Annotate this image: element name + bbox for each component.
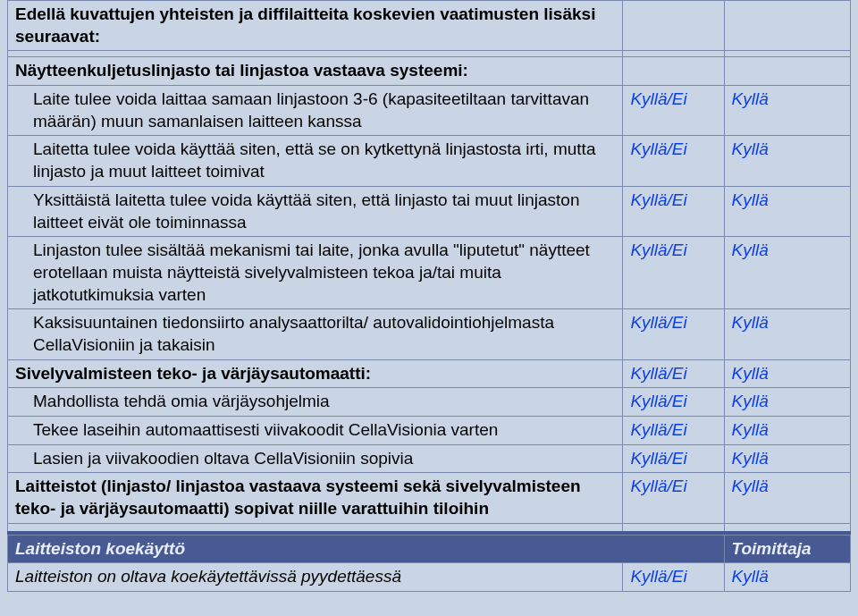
col-yes-no: Kyllä/Ei (623, 309, 724, 359)
requirement-text: Mahdollista tehdä omia värjäysohjelmia (8, 388, 623, 417)
requirements-table: Edellä kuvattujen yhteisten ja diffilait… (7, 0, 851, 592)
table-row: Laite tulee voida laittaa samaan linjast… (8, 86, 851, 136)
requirement-text: Linjaston tulee sisältää mekanismi tai l… (8, 237, 623, 309)
table-row: Lasien ja viivakoodien oltava CellaVisio… (8, 444, 851, 473)
table-row: Mahdollista tehdä omia värjäysohjelmiaKy… (8, 388, 851, 417)
col-answer: Kyllä (724, 388, 850, 417)
col-answer: Kyllä (724, 237, 850, 309)
table-row: Näytteenkuljetuslinjasto tai linjastoa v… (8, 57, 851, 86)
col-answer: Kyllä (724, 444, 850, 473)
requirement-text: Näytteenkuljetuslinjasto tai linjastoa v… (8, 57, 623, 86)
col-yes-no (623, 57, 724, 86)
col-yes-no: Kyllä/Ei (623, 359, 724, 388)
col-answer: Kyllä (724, 473, 850, 523)
table-row: Tekee laseihin automaattisesti viivakood… (8, 417, 851, 445)
table-row: Yksittäistä laitetta tulee voida käyttää… (8, 186, 851, 236)
col-yes-no: Kyllä/Ei (623, 444, 724, 473)
col-answer: Kyllä (724, 186, 850, 236)
footer-c3: Kyllä (724, 563, 850, 592)
col-yes-no: Kyllä/Ei (623, 136, 724, 186)
requirement-text: Sivelyvalmisteen teko- ja värjäysautomaa… (8, 359, 623, 388)
col-answer: Kyllä (724, 359, 850, 388)
col-answer (724, 1, 850, 51)
requirement-text: Laitetta tulee voida käyttää siten, että… (8, 136, 623, 186)
col-yes-no: Kyllä/Ei (623, 388, 724, 417)
col-yes-no: Kyllä/Ei (623, 86, 724, 136)
col-answer: Kyllä (724, 86, 850, 136)
section-header-right: Toimittaja (724, 535, 850, 563)
col-answer (724, 57, 850, 86)
col-yes-no: Kyllä/Ei (623, 186, 724, 236)
table-row: Laitetta tulee voida käyttää siten, että… (8, 136, 851, 186)
table-row: Sivelyvalmisteen teko- ja värjäysautomaa… (8, 359, 851, 388)
table-row: Linjaston tulee sisältää mekanismi tai l… (8, 237, 851, 309)
requirement-text: Tekee laseihin automaattisesti viivakood… (8, 417, 623, 445)
col-yes-no: Kyllä/Ei (623, 417, 724, 445)
col-yes-no (623, 1, 724, 51)
table-row: Laitteistot (linjasto/ linjastoa vastaav… (8, 473, 851, 523)
requirement-text: Laite tulee voida laittaa samaan linjast… (8, 86, 623, 136)
document-page: Edellä kuvattujen yhteisten ja diffilait… (0, 0, 858, 599)
col-answer: Kyllä (724, 309, 850, 359)
requirement-text: Yksittäistä laitetta tulee voida käyttää… (8, 186, 623, 236)
requirement-text: Laitteistot (linjasto/ linjastoa vastaav… (8, 473, 623, 523)
requirement-text: Edellä kuvattujen yhteisten ja diffilait… (8, 1, 623, 51)
spacer-row (8, 523, 851, 533)
col-answer: Kyllä (724, 417, 850, 445)
col-yes-no: Kyllä/Ei (623, 237, 724, 309)
requirement-text: Lasien ja viivakoodien oltava CellaVisio… (8, 444, 623, 473)
section-header-left: Laitteiston koekäyttö (8, 535, 725, 563)
table-row (8, 51, 851, 57)
requirement-text (8, 51, 623, 57)
col-yes-no: Kyllä/Ei (623, 473, 724, 523)
table-row: Kaksisuuntainen tiedonsiirto analysaatto… (8, 309, 851, 359)
col-yes-no (623, 51, 724, 57)
footer-row: Laitteiston on oltava koekäytettävissä p… (8, 563, 851, 592)
col-answer: Kyllä (724, 136, 850, 186)
col-answer (724, 51, 850, 57)
requirement-text: Kaksisuuntainen tiedonsiirto analysaatto… (8, 309, 623, 359)
footer-text: Laitteiston on oltava koekäytettävissä p… (8, 563, 623, 592)
section-header-row: Laitteiston koekäyttö Toimittaja (8, 535, 851, 563)
footer-c2: Kyllä/Ei (623, 563, 724, 592)
table-row: Edellä kuvattujen yhteisten ja diffilait… (8, 1, 851, 51)
